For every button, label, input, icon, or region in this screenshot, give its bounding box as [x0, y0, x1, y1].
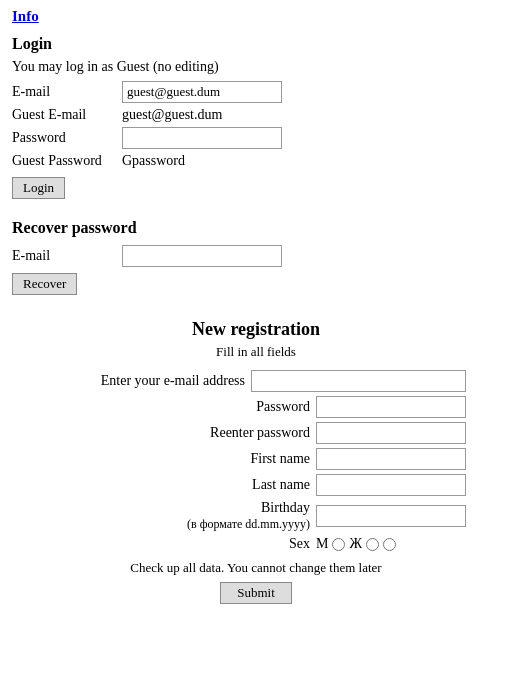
sex-f-label: Ж [349, 536, 362, 552]
reg-lastname-label: Last name [130, 477, 310, 493]
reg-reenter-row: Reenter password [46, 422, 466, 444]
guest-password-row: Guest Password Gpassword [12, 153, 500, 169]
guest-note: You may log in as Guest (no editing) [12, 59, 500, 75]
reg-password-row: Password [46, 396, 466, 418]
sex-m-radio[interactable] [332, 538, 345, 551]
sex-options: М Ж [316, 536, 466, 552]
reg-firstname-input[interactable] [316, 448, 466, 470]
reg-birthday-row: Birthday (в формате dd.mm.yyyy) [46, 500, 466, 532]
login-title: Login [12, 35, 500, 53]
reg-email-label: Enter your e-mail address [65, 373, 245, 389]
reg-sex-label: Sex [130, 536, 310, 552]
email-input[interactable] [122, 81, 282, 103]
sex-other-radio[interactable] [383, 538, 396, 551]
recover-section: Recover password E-mail Recover [12, 219, 500, 295]
reg-email-row: Enter your e-mail address [46, 370, 466, 392]
new-reg-section: New registration Fill in all fields Ente… [12, 319, 500, 604]
reg-reenter-label: Reenter password [130, 425, 310, 441]
new-reg-title: New registration [12, 319, 500, 340]
reg-lastname-row: Last name [46, 474, 466, 496]
reg-birthday-label: Birthday (в формате dd.mm.yyyy) [130, 500, 310, 532]
guest-email-row: Guest E-mail guest@guest.dum [12, 107, 500, 123]
email-row: E-mail [12, 81, 500, 103]
submit-button[interactable]: Submit [220, 582, 292, 604]
fill-all-note: Fill in all fields [12, 344, 500, 360]
reg-password-label: Password [130, 399, 310, 415]
recover-email-input[interactable] [122, 245, 282, 267]
info-link[interactable]: Info [12, 8, 500, 25]
password-row: Password [12, 127, 500, 149]
password-label: Password [12, 130, 122, 146]
guest-email-value: guest@guest.dum [122, 107, 222, 123]
login-button[interactable]: Login [12, 177, 65, 199]
reg-reenter-input[interactable] [316, 422, 466, 444]
check-note: Check up all data. You cannot change the… [130, 560, 381, 576]
reg-password-input[interactable] [316, 396, 466, 418]
sex-f-radio[interactable] [366, 538, 379, 551]
reg-email-input[interactable] [251, 370, 466, 392]
email-label: E-mail [12, 84, 122, 100]
password-input[interactable] [122, 127, 282, 149]
reg-birthday-input[interactable] [316, 505, 466, 527]
registration-form: Enter your e-mail address Password Reent… [12, 370, 500, 604]
reg-firstname-row: First name [46, 448, 466, 470]
login-section: Login You may log in as Guest (no editin… [12, 35, 500, 199]
guest-password-label: Guest Password [12, 153, 122, 169]
recover-email-row: E-mail [12, 245, 500, 267]
recover-title: Recover password [12, 219, 500, 237]
recover-button[interactable]: Recover [12, 273, 77, 295]
reg-sex-row: Sex М Ж [46, 536, 466, 552]
recover-email-label: E-mail [12, 248, 122, 264]
reg-lastname-input[interactable] [316, 474, 466, 496]
sex-m-label: М [316, 536, 328, 552]
reg-firstname-label: First name [130, 451, 310, 467]
guest-password-value: Gpassword [122, 153, 185, 169]
guest-email-label: Guest E-mail [12, 107, 122, 123]
